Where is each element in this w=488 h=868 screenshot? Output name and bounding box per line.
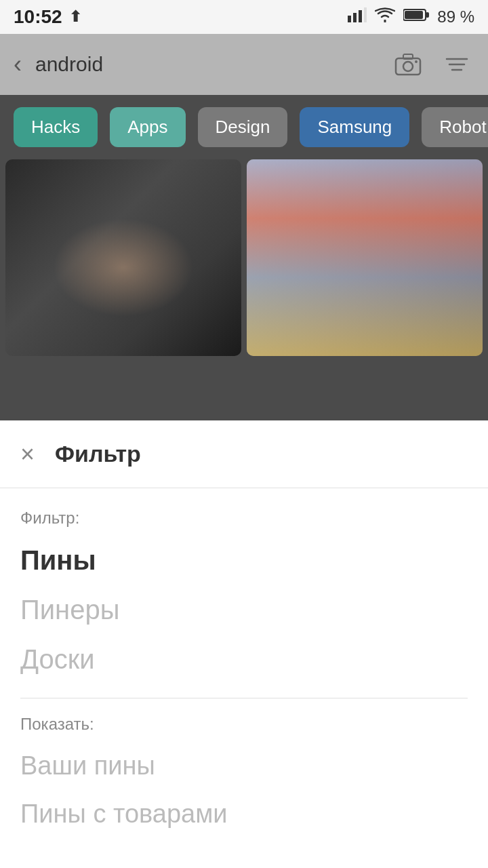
filter-option-boards[interactable]: Доски xyxy=(20,637,468,682)
tag-samsung[interactable]: Samsung xyxy=(300,107,409,147)
tag-design[interactable]: Design xyxy=(198,107,288,147)
show-option-your-pins[interactable]: Ваши пины xyxy=(20,745,468,787)
svg-rect-5 xyxy=(426,12,429,18)
images-grid xyxy=(0,159,488,356)
filter-button[interactable] xyxy=(439,47,474,82)
status-bar: 10:52 ⬆ 89 % xyxy=(0,0,488,34)
battery-percent: 89 % xyxy=(437,7,474,26)
tags-row: Hacks Apps Design Samsung Robot xyxy=(0,95,488,159)
search-bar: ‹ android xyxy=(0,34,488,95)
filter-panel-title: Фильтр xyxy=(55,441,141,467)
tag-hacks[interactable]: Hacks xyxy=(14,107,98,147)
svg-rect-6 xyxy=(405,11,423,19)
status-time-group: 10:52 ⬆ xyxy=(14,6,81,28)
svg-rect-0 xyxy=(348,16,351,22)
bottom-sheet: × Фильтр Фильтр: Пины Пинеры Доски Показ… xyxy=(0,420,488,835)
close-button[interactable]: × xyxy=(20,440,35,469)
search-query: android xyxy=(35,53,377,76)
filter-option-pins[interactable]: Пины xyxy=(20,538,468,583)
wifi-icon xyxy=(375,7,395,26)
svg-rect-1 xyxy=(353,13,357,22)
show-section-label: Показать: xyxy=(20,715,468,734)
svg-rect-2 xyxy=(359,10,362,22)
svg-point-8 xyxy=(403,62,413,71)
svg-point-10 xyxy=(415,60,418,63)
battery-icon xyxy=(403,8,429,26)
image-right[interactable] xyxy=(247,159,483,356)
svg-rect-3 xyxy=(364,7,367,22)
filter-option-piners[interactable]: Пинеры xyxy=(20,588,468,632)
image-left[interactable] xyxy=(5,159,241,356)
tag-apps[interactable]: Apps xyxy=(110,107,185,147)
status-time: 10:52 xyxy=(14,6,62,28)
upload-icon: ⬆ xyxy=(69,8,81,26)
filter-content: Фильтр: Пины Пинеры Доски Показать: Ваши… xyxy=(0,488,488,835)
background-section: ‹ android Hacks Apps Design Samsung Robo… xyxy=(0,34,488,420)
filter-section-label: Фильтр: xyxy=(20,509,468,528)
back-button[interactable]: ‹ xyxy=(14,50,22,79)
filter-header: × Фильтр xyxy=(0,420,488,488)
status-icons: 89 % xyxy=(348,7,474,26)
tag-robot[interactable]: Robot xyxy=(422,107,488,147)
signal-icon xyxy=(348,7,367,26)
divider xyxy=(20,698,468,698)
show-option-shop-pins[interactable]: Пины с товарами xyxy=(20,793,468,835)
camera-button[interactable] xyxy=(390,47,426,82)
